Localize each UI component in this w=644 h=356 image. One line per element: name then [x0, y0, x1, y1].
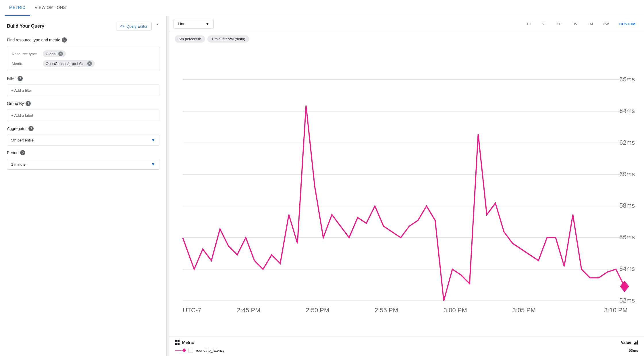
- chart-type-select[interactable]: Line ▼: [173, 19, 214, 29]
- time-btn-custom[interactable]: CUSTOM: [615, 20, 639, 28]
- svg-text:UTC-7: UTC-7: [183, 307, 201, 314]
- period-text: Period: [7, 150, 18, 155]
- metric-value: OpenCensus/grpc.io/c...: [46, 62, 86, 66]
- time-btn-1m[interactable]: 1M: [584, 20, 597, 28]
- legend-value-label: Value: [621, 340, 631, 345]
- aggregator-value: 5th percentile: [11, 138, 34, 142]
- period-select[interactable]: 1 minute ▼: [7, 159, 159, 170]
- svg-rect-25: [175, 343, 177, 345]
- time-btn-6w[interactable]: 6W: [599, 20, 613, 28]
- chart-badges: 5th percentile 1 min interval (delta): [169, 32, 644, 45]
- find-resource-section-label: Find resource type and metric ?: [7, 37, 159, 43]
- badge-percentile: 5th percentile: [175, 35, 205, 43]
- svg-rect-24: [178, 340, 180, 342]
- resource-type-value: Global: [46, 52, 57, 56]
- metric-row: Metric: OpenCensus/grpc.io/c... ✕: [12, 60, 155, 67]
- svg-text:64ms: 64ms: [619, 107, 635, 114]
- chart-container: 66ms 64ms 62ms 60ms 58ms 56ms 54ms 52ms …: [171, 45, 642, 336]
- chart-svg: 66ms 64ms 62ms 60ms 58ms 56ms 54ms 52ms …: [171, 47, 642, 336]
- svg-rect-23: [175, 340, 177, 342]
- legend-diamond-icon: [182, 348, 186, 352]
- svg-text:2:50 PM: 2:50 PM: [306, 307, 329, 314]
- chart-type-label: Line: [178, 22, 185, 26]
- query-editor-label: Query Editor: [126, 24, 147, 28]
- legend-header-left: Metric: [175, 340, 194, 345]
- period-section-label: Period ?: [7, 150, 159, 155]
- resource-type-close-icon[interactable]: ✕: [58, 51, 63, 56]
- add-label-box[interactable]: + Add a label: [7, 110, 159, 121]
- aggregator-select[interactable]: 5th percentile ▼: [7, 135, 159, 146]
- build-query-actions: <> Query Editor ⌃: [116, 22, 159, 30]
- svg-text:2:55 PM: 2:55 PM: [375, 307, 398, 314]
- legend-dash-icon: [175, 350, 182, 351]
- code-icon: <>: [120, 24, 125, 28]
- find-resource-help-icon[interactable]: ?: [62, 37, 67, 43]
- end-point-diamond: [620, 281, 629, 292]
- time-btn-1w[interactable]: 1W: [568, 20, 582, 28]
- svg-text:54ms: 54ms: [619, 265, 635, 272]
- legend-color-square: [188, 348, 193, 353]
- chart-legend: Metric Value roundtr: [169, 336, 644, 356]
- metric-close-icon[interactable]: ✕: [87, 61, 92, 66]
- group-by-help-icon[interactable]: ?: [26, 101, 31, 106]
- resource-type-row: Resource type: Global ✕: [12, 50, 155, 57]
- right-panel: Line ▼ 1H 6H 1D 1W 1M 6W CUSTOM 5th perc…: [169, 16, 644, 356]
- legend-metric-name: roundtrip_latency: [196, 348, 225, 353]
- badge-interval: 1 min interval (delta): [207, 35, 249, 43]
- svg-text:66ms: 66ms: [619, 76, 635, 83]
- tab-bar: METRIC VIEW OPTIONS: [0, 0, 644, 16]
- group-by-text: Group By: [7, 101, 24, 106]
- aggregator-help-icon[interactable]: ?: [28, 126, 34, 131]
- tab-view-options[interactable]: VIEW OPTIONS: [30, 0, 71, 16]
- period-help-icon[interactable]: ?: [20, 150, 25, 155]
- chart-line: [183, 106, 624, 301]
- group-by-section-label: Group By ?: [7, 101, 159, 106]
- resource-type-label: Resource type:: [12, 52, 41, 56]
- period-chevron-icon: ▼: [151, 162, 155, 166]
- legend-metric-label: Metric: [182, 340, 194, 345]
- legend-grid-icon: [175, 340, 180, 345]
- filter-help-icon[interactable]: ?: [18, 76, 23, 81]
- chart-controls: Line ▼ 1H 6H 1D 1W 1M 6W CUSTOM: [169, 16, 644, 32]
- resource-metric-box: Resource type: Global ✕ Metric: OpenCens…: [7, 46, 159, 71]
- legend-row-0: roundtrip_latency 53ms: [175, 348, 638, 353]
- tab-metric[interactable]: METRIC: [5, 0, 30, 16]
- legend-metric-value: 53ms: [629, 348, 638, 353]
- find-resource-text: Find resource type and metric: [7, 38, 60, 42]
- collapse-button[interactable]: ⌃: [155, 23, 159, 29]
- svg-text:58ms: 58ms: [619, 202, 635, 209]
- legend-value-area: Value: [621, 340, 638, 345]
- aggregator-section-label: Aggregator ?: [7, 126, 159, 131]
- svg-text:62ms: 62ms: [619, 139, 635, 146]
- main-layout: Build Your Query <> Query Editor ⌃ Find …: [0, 16, 644, 356]
- svg-text:60ms: 60ms: [619, 171, 635, 178]
- period-value: 1 minute: [11, 162, 26, 166]
- svg-text:56ms: 56ms: [619, 233, 635, 241]
- chart-type-chevron-icon: ▼: [205, 22, 209, 26]
- legend-line-indicator: [175, 349, 186, 352]
- legend-bars-icon: [634, 340, 638, 344]
- svg-text:3:05 PM: 3:05 PM: [512, 307, 536, 314]
- svg-text:3:10 PM: 3:10 PM: [604, 307, 628, 314]
- metric-label: Metric:: [12, 62, 41, 66]
- time-btn-6h[interactable]: 6H: [538, 20, 551, 28]
- aggregator-text: Aggregator: [7, 126, 27, 131]
- time-btn-1h[interactable]: 1H: [522, 20, 535, 28]
- legend-header: Metric Value: [175, 340, 638, 345]
- svg-text:3:00 PM: 3:00 PM: [444, 307, 467, 314]
- resource-type-chip[interactable]: Global ✕: [43, 50, 66, 57]
- svg-text:2:45 PM: 2:45 PM: [237, 307, 261, 314]
- time-btn-1d[interactable]: 1D: [553, 20, 566, 28]
- aggregator-chevron-icon: ▼: [151, 138, 155, 142]
- filter-text: Filter: [7, 76, 16, 81]
- panel-divider: [167, 16, 169, 356]
- metric-chip[interactable]: OpenCensus/grpc.io/c... ✕: [43, 60, 95, 67]
- svg-text:52ms: 52ms: [619, 297, 635, 304]
- add-filter-box[interactable]: + Add a filter: [7, 85, 159, 96]
- build-query-title: Build Your Query: [7, 24, 44, 29]
- filter-section-label: Filter ?: [7, 76, 159, 81]
- query-editor-button[interactable]: <> Query Editor: [116, 22, 152, 30]
- left-panel: Build Your Query <> Query Editor ⌃ Find …: [0, 16, 167, 356]
- build-query-header: Build Your Query <> Query Editor ⌃: [7, 22, 159, 30]
- svg-rect-26: [178, 343, 180, 345]
